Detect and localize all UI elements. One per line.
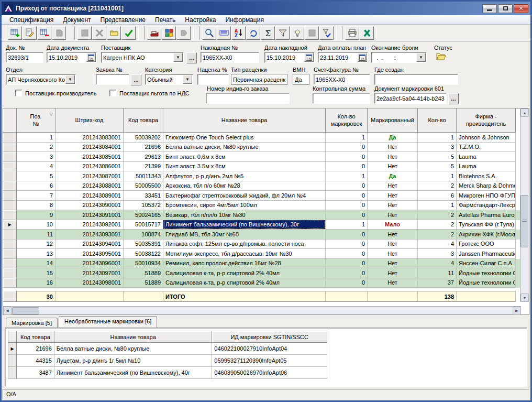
cell-id[interactable]: 046039050026970InfoApt06: [212, 367, 327, 379]
chevron-down-icon[interactable]: ▼: [416, 53, 426, 62]
cell-mark_qty[interactable]: 0: [326, 181, 368, 191]
cell-name[interactable]: Белла ватные диски, №80 круглые: [54, 343, 213, 355]
cell-name[interactable]: Линимент бальзамический (по Вишневскому)…: [54, 367, 213, 379]
tab-inactive[interactable]: Маркировка [5]: [6, 318, 58, 328]
cell-code[interactable]: 105372: [124, 201, 163, 211]
row-selector[interactable]: [3, 133, 17, 143]
calendar-button[interactable]: 15: [358, 53, 367, 62]
cell-firm[interactable]: Lauma: [457, 162, 516, 172]
cell-name[interactable]: Реминил, капс.пролонг.действия 16мг №28: [163, 259, 326, 269]
table-row[interactable]: 3487Линимент бальзамический (по Вишневск…: [8, 367, 327, 379]
minimize-button[interactable]: [482, 4, 497, 13]
cell-code[interactable]: 3487: [17, 367, 54, 379]
cell-firm[interactable]: Микроген НПО ФГУП: [457, 191, 516, 201]
table-row[interactable]: 11201243093001108874Глидиаб МВ, тбл 30мг…: [3, 230, 529, 240]
pay-date-field[interactable]: 23.11.2019 15: [318, 52, 368, 63]
cell-qty[interactable]: 5: [418, 152, 457, 162]
cell-name[interactable]: Бинт эласт. 0,6м x 8см: [163, 152, 326, 162]
table-row[interactable]: 1520124309700151889Салициловая к-та, р-р…: [3, 268, 529, 278]
cell-pos[interactable]: 4: [17, 162, 56, 172]
cell-marked[interactable]: Да: [368, 171, 418, 181]
cell-firm[interactable]: Janssen Pharmaceutica: [457, 249, 516, 259]
invoice-facture-field[interactable]: [314, 74, 370, 85]
invoice-date-field[interactable]: 15.10.2019 15: [264, 52, 315, 63]
cell-barcode[interactable]: 201243097001: [56, 268, 124, 278]
row-selector[interactable]: [3, 210, 17, 220]
row-selector[interactable]: [8, 355, 17, 367]
cell-qty[interactable]: 2: [418, 220, 457, 230]
hint-icon[interactable]: [290, 26, 304, 40]
cell-id[interactable]: 046022100027910InfoApt04: [212, 343, 327, 355]
table-row[interactable]: 1320124309500150038122Мотилиум экспресс,…: [3, 249, 529, 259]
table-row[interactable]: ▶21696Белла ватные диски, №80 круглые046…: [8, 343, 327, 355]
row-selector[interactable]: [3, 230, 17, 240]
cell-barcode[interactable]: 201243092001: [56, 220, 124, 230]
cell-code[interactable]: 33451: [124, 191, 163, 201]
cell-pos[interactable]: 8: [17, 201, 56, 211]
cell-pos[interactable]: 10: [17, 220, 56, 230]
cell-name[interactable]: Линимент бальзамический (по Вишневскому)…: [163, 220, 326, 230]
scroll-up-icon[interactable]: ▲: [520, 108, 529, 117]
cell-mark_qty[interactable]: 0: [326, 152, 368, 162]
cell-pos[interactable]: 12: [17, 240, 56, 249]
add-position-icon[interactable]: [8, 26, 22, 40]
filter-icon[interactable]: [275, 26, 290, 40]
table-row[interactable]: 8201243090001105372Бромгексин, сироп 4мг…: [3, 201, 529, 211]
cell-firm[interactable]: Янссен-Силаг С.п.А.: [457, 259, 516, 269]
table-row[interactable]: 44315Луцетам, р-р д/инъ 1г 5мл №10059953…: [8, 355, 327, 367]
cell-mark_qty[interactable]: 0: [326, 230, 368, 240]
table-row[interactable]: 920124309100150024165Везикар, тбл п/пл/о…: [3, 210, 529, 220]
cell-barcode[interactable]: 201243098001: [56, 278, 124, 288]
cell-qty[interactable]: 1: [418, 171, 457, 181]
category-select[interactable]: Обычный ▼: [145, 74, 193, 85]
delete-position-icon[interactable]: [37, 26, 51, 40]
menu-item[interactable]: Информация: [220, 16, 268, 24]
table-row[interactable]: 320124308500129613Бинт эласт. 0,6м x 8см…: [3, 152, 529, 162]
cell-pos[interactable]: 14: [17, 259, 56, 269]
cell-code[interactable]: 51889: [124, 268, 163, 278]
cell-mark_qty[interactable]: 0: [326, 201, 368, 211]
cell-qty[interactable]: 4: [418, 259, 457, 269]
supplier-select[interactable]: Катрен НПК АО ▼: [101, 52, 184, 63]
grid-vscrollbar[interactable]: ▲ ▼: [520, 108, 529, 302]
table-row[interactable]: 1420124309600150010934Реминил, капс.прол…: [3, 259, 529, 269]
cell-qty[interactable]: 3: [418, 143, 457, 153]
cell-pos[interactable]: 15: [17, 268, 56, 278]
cell-mark_qty[interactable]: 0: [326, 210, 368, 220]
refresh-icon[interactable]: [246, 26, 260, 40]
table-row[interactable]: ▶1020124309200150015717Линимент бальзами…: [3, 220, 529, 230]
col-header-pos[interactable]: Поз. №▽: [17, 108, 56, 133]
cell-pos[interactable]: 5: [17, 171, 56, 181]
cell-qty[interactable]: 6: [418, 191, 457, 201]
table-row[interactable]: 620124308800150005500Аркоксиа, тбл п/о 6…: [3, 181, 529, 191]
cell-firm[interactable]: Тульская ФФ (г.Тула): [457, 220, 516, 230]
row-selector[interactable]: [3, 143, 17, 153]
cell-code[interactable]: 21696: [17, 343, 54, 355]
cell-qty[interactable]: 1: [418, 133, 457, 143]
cell-mark_qty[interactable]: 0: [326, 191, 368, 201]
row-selector[interactable]: [3, 152, 17, 162]
cell-name[interactable]: Бромгексин, сироп 4мг/5мл 100мл: [163, 201, 326, 211]
sum-icon[interactable]: Σ: [261, 26, 275, 40]
open-folder-icon[interactable]: [107, 26, 121, 40]
excel-icon[interactable]: [360, 26, 374, 40]
cell-pos[interactable]: 6: [17, 181, 56, 191]
request-browse-button[interactable]: …: [131, 74, 141, 85]
table-row[interactable]: 720124308900133451Бактериофаг стрептокок…: [3, 191, 529, 201]
cell-barcode[interactable]: 201243085001: [56, 152, 124, 162]
cell-name[interactable]: Бинт эласт. 3.5м x 8см: [163, 162, 326, 172]
row-selector[interactable]: [3, 181, 17, 191]
cell-qty[interactable]: 1: [418, 201, 457, 211]
cell-qty[interactable]: 37: [418, 278, 457, 288]
cell-pos[interactable]: 3: [17, 152, 56, 162]
row-selector[interactable]: [3, 249, 17, 259]
hscroll-thumb[interactable]: [12, 307, 39, 314]
cell-marked[interactable]: Нет: [368, 240, 418, 249]
cell-name[interactable]: Салициловая к-та, р-р спиртовой 2% 40мл: [163, 268, 326, 278]
cell-barcode[interactable]: 201243094001: [56, 240, 124, 249]
row-selector[interactable]: [3, 171, 17, 181]
cell-marked[interactable]: Нет: [368, 152, 418, 162]
send-icon[interactable]: [147, 26, 161, 40]
menu-item[interactable]: Документ: [58, 16, 95, 24]
col-header-qty[interactable]: Кол-во: [418, 108, 457, 133]
